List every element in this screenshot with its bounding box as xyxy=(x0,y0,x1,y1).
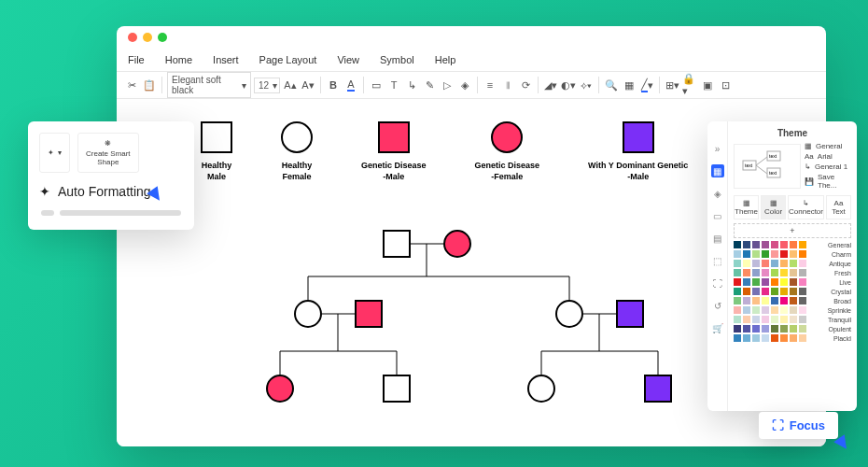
connector-icon[interactable]: ↳ xyxy=(404,78,419,92)
color-swatch[interactable] xyxy=(780,269,788,276)
tab-connector[interactable]: ↳Connector xyxy=(788,195,824,219)
color-swatch[interactable] xyxy=(752,288,760,295)
layers-icon[interactable]: ◈ xyxy=(457,78,472,92)
color-swatch[interactable] xyxy=(734,260,741,267)
node-gen3-female-1[interactable] xyxy=(266,375,294,403)
color-swatch[interactable] xyxy=(743,325,750,333)
rail-layers-icon[interactable]: ⬚ xyxy=(711,254,724,267)
color-swatch[interactable] xyxy=(799,288,806,295)
color-swatch[interactable] xyxy=(780,306,788,314)
color-set-row[interactable]: Charm xyxy=(734,250,851,258)
color-swatch[interactable] xyxy=(762,288,769,295)
color-swatch[interactable] xyxy=(799,325,806,333)
color-swatch[interactable] xyxy=(771,297,778,304)
table-icon[interactable]: ▦ xyxy=(622,78,637,92)
color-swatch[interactable] xyxy=(743,288,750,295)
color-set-row[interactable]: Crystal xyxy=(734,288,851,295)
tab-color[interactable]: ▦Color xyxy=(761,195,786,219)
color-set-row[interactable]: General xyxy=(734,241,851,248)
color-swatch[interactable] xyxy=(752,250,760,258)
color-swatch[interactable] xyxy=(743,260,750,267)
color-swatch[interactable] xyxy=(799,260,806,267)
color-swatch[interactable] xyxy=(743,316,750,323)
color-swatch[interactable] xyxy=(752,325,760,333)
theme-preview[interactable]: texttexttext xyxy=(734,144,801,189)
color-swatch[interactable] xyxy=(752,241,760,248)
color-swatch[interactable] xyxy=(752,334,760,342)
menu-view[interactable]: View xyxy=(337,54,359,65)
slider-track[interactable] xyxy=(60,210,181,216)
color-swatch[interactable] xyxy=(790,269,797,276)
color-swatch[interactable] xyxy=(734,241,741,248)
color-swatch[interactable] xyxy=(780,316,788,323)
search-icon[interactable]: 🔍 xyxy=(604,78,619,92)
add-theme-button[interactable]: + xyxy=(734,223,851,238)
font-color-icon[interactable]: A xyxy=(343,78,358,92)
color-swatch[interactable] xyxy=(762,316,769,323)
color-set-row[interactable]: Sprinkle xyxy=(734,306,851,314)
color-swatch[interactable] xyxy=(771,306,778,314)
rail-collapse-icon[interactable]: » xyxy=(711,142,724,155)
color-swatch[interactable] xyxy=(752,297,760,304)
color-swatch[interactable] xyxy=(771,288,778,295)
color-swatch[interactable] xyxy=(799,269,806,276)
color-swatch[interactable] xyxy=(752,269,760,276)
rail-style-icon[interactable]: ◈ xyxy=(711,187,724,200)
rail-resources-icon[interactable]: 🛒 xyxy=(711,321,724,334)
rail-history-icon[interactable]: ↺ xyxy=(711,299,724,312)
color-swatch[interactable] xyxy=(780,250,788,258)
align-left-icon[interactable]: ≡ xyxy=(483,78,497,92)
rotate-icon[interactable]: ⟳ xyxy=(518,78,533,92)
crop-icon[interactable]: ⟡▾ xyxy=(579,78,594,92)
close-dot[interactable] xyxy=(128,33,137,42)
rail-image-icon[interactable]: ▭ xyxy=(711,209,724,222)
color-swatch[interactable] xyxy=(762,325,769,333)
color-swatch[interactable] xyxy=(743,241,750,248)
color-swatch[interactable] xyxy=(734,269,741,276)
more-icon[interactable]: ⊡ xyxy=(718,78,733,92)
node-gen3-male-2[interactable] xyxy=(644,375,672,403)
color-swatch[interactable] xyxy=(799,250,806,258)
color-swatch[interactable] xyxy=(771,325,778,333)
color-swatch[interactable] xyxy=(790,260,797,267)
color-swatch[interactable] xyxy=(790,306,797,314)
theme-item-save[interactable]: 💾Save The... xyxy=(805,172,851,191)
sparkle-button[interactable]: ✦▾ xyxy=(39,133,70,173)
color-swatch[interactable] xyxy=(734,288,741,295)
color-swatch[interactable] xyxy=(762,278,769,286)
color-swatch[interactable] xyxy=(790,334,797,342)
color-swatch[interactable] xyxy=(743,269,750,276)
color-swatch[interactable] xyxy=(799,278,806,286)
menu-file[interactable]: File xyxy=(128,54,145,65)
color-swatch[interactable] xyxy=(799,316,806,323)
color-swatch[interactable] xyxy=(799,241,806,248)
color-swatch[interactable] xyxy=(790,297,797,304)
color-swatch[interactable] xyxy=(743,297,750,304)
color-swatch[interactable] xyxy=(752,306,760,314)
color-swatch[interactable] xyxy=(734,325,741,333)
color-swatch[interactable] xyxy=(799,297,806,304)
color-swatch[interactable] xyxy=(771,269,778,276)
node-gen1-male[interactable] xyxy=(383,230,411,258)
text-icon[interactable]: T xyxy=(386,78,401,92)
font-select[interactable]: Elegant soft black▾ xyxy=(167,72,251,98)
color-swatch[interactable] xyxy=(762,297,769,304)
color-swatch[interactable] xyxy=(790,241,797,248)
color-set-row[interactable]: Opulent xyxy=(734,325,851,333)
color-swatch[interactable] xyxy=(743,250,750,258)
theme-item-general1[interactable]: ↳General 1 xyxy=(805,162,851,172)
distribute-icon[interactable]: ⫴ xyxy=(500,78,515,92)
color-swatch[interactable] xyxy=(771,260,778,267)
color-swatch[interactable] xyxy=(734,250,741,258)
color-swatch[interactable] xyxy=(762,306,769,314)
color-swatch[interactable] xyxy=(780,288,788,295)
color-set-row[interactable]: Broad xyxy=(734,297,851,304)
color-swatch[interactable] xyxy=(780,297,788,304)
line-style-icon[interactable]: ╱▾ xyxy=(639,78,654,92)
bold-icon[interactable]: B xyxy=(326,78,341,92)
color-swatch[interactable] xyxy=(734,297,741,304)
menu-insert[interactable]: Insert xyxy=(213,54,239,65)
color-swatch[interactable] xyxy=(743,306,750,314)
color-swatch[interactable] xyxy=(771,250,778,258)
group-icon[interactable]: ⊞▾ xyxy=(665,78,679,92)
